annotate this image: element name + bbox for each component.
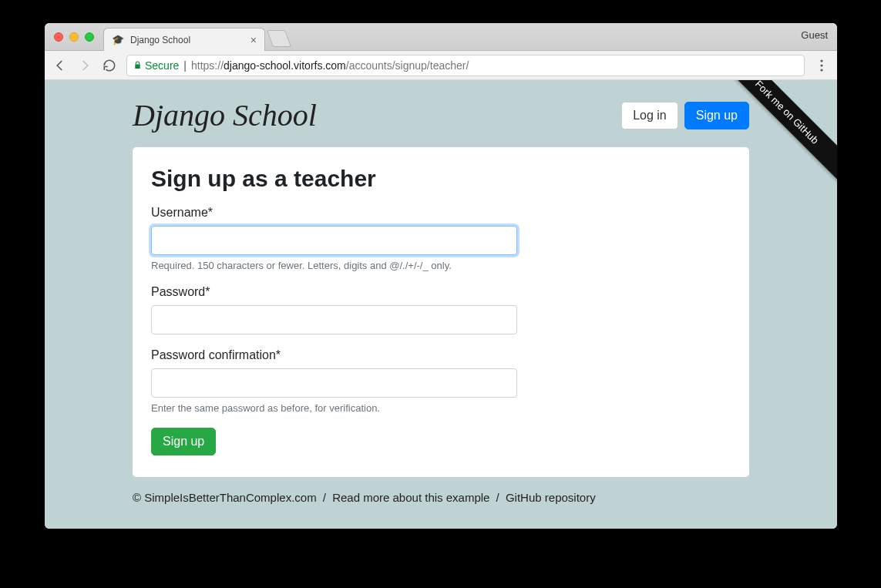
- reload-button[interactable]: [102, 58, 117, 73]
- profile-label[interactable]: Guest: [801, 29, 828, 41]
- password-confirm-label: Password confirmation*: [151, 348, 731, 362]
- submit-button[interactable]: Sign up: [151, 428, 216, 455]
- signup-button[interactable]: Sign up: [684, 102, 749, 129]
- window-controls: [45, 23, 103, 50]
- page-container: Django School Log in Sign up Sign up as …: [133, 80, 749, 518]
- svg-point-1: [820, 64, 822, 66]
- browser-window: 🎓 Django School × Guest Secure | ht: [45, 23, 837, 529]
- close-tab-icon[interactable]: ×: [251, 35, 257, 45]
- lock-icon: [133, 60, 142, 70]
- username-label: Username*: [151, 206, 731, 220]
- username-group: Username* Required. 150 characters or fe…: [151, 206, 731, 271]
- address-bar[interactable]: Secure | https://django-school.vitorfs.c…: [126, 55, 805, 76]
- browser-menu-button[interactable]: [814, 58, 829, 73]
- forward-button[interactable]: [77, 58, 92, 73]
- brand-logo[interactable]: Django School: [133, 97, 317, 133]
- footer-link-github[interactable]: GitHub repository: [506, 491, 596, 504]
- url-text: https://django-school.vitorfs.com/accoun…: [191, 59, 469, 72]
- password-confirm-help-text: Enter the same password as before, for v…: [151, 402, 731, 414]
- tab-bar: 🎓 Django School × Guest: [45, 23, 837, 51]
- page-title: Sign up as a teacher: [151, 166, 731, 192]
- browser-toolbar: Secure | https://django-school.vitorfs.c…: [45, 51, 837, 80]
- graduation-cap-icon: 🎓: [112, 34, 124, 45]
- username-help-text: Required. 150 characters or fewer. Lette…: [151, 260, 731, 271]
- password-input[interactable]: [151, 305, 517, 334]
- secure-label: Secure: [145, 59, 179, 72]
- password-confirm-input[interactable]: [151, 368, 517, 398]
- svg-point-0: [820, 59, 822, 62]
- header-row: Django School Log in Sign up: [133, 80, 749, 147]
- login-button[interactable]: Log in: [621, 102, 678, 129]
- secure-badge: Secure: [133, 59, 179, 72]
- maximize-window-button[interactable]: [85, 32, 94, 42]
- tab-title: Django School: [130, 35, 244, 45]
- separator: |: [183, 59, 187, 72]
- page-viewport: Fork me on GitHub Django School Log in S…: [45, 80, 837, 529]
- password-confirm-group: Password confirmation* Enter the same pa…: [151, 348, 731, 414]
- back-button[interactable]: [52, 58, 68, 73]
- password-group: Password*: [151, 285, 731, 334]
- new-tab-button[interactable]: [267, 30, 291, 47]
- close-window-button[interactable]: [54, 32, 63, 42]
- svg-point-2: [820, 69, 822, 71]
- password-label: Password*: [151, 285, 731, 299]
- auth-buttons: Log in Sign up: [621, 102, 749, 129]
- footer-copyright: © SimpleIsBetterThanComplex.com: [133, 491, 317, 504]
- footer-link-readmore[interactable]: Read more about this example: [332, 491, 489, 504]
- browser-tab[interactable]: 🎓 Django School ×: [103, 28, 265, 51]
- username-input[interactable]: [151, 226, 517, 255]
- footer: © SimpleIsBetterThanComplex.com / Read m…: [133, 477, 749, 518]
- signup-card: Sign up as a teacher Username* Required.…: [133, 147, 749, 477]
- minimize-window-button[interactable]: [69, 32, 79, 42]
